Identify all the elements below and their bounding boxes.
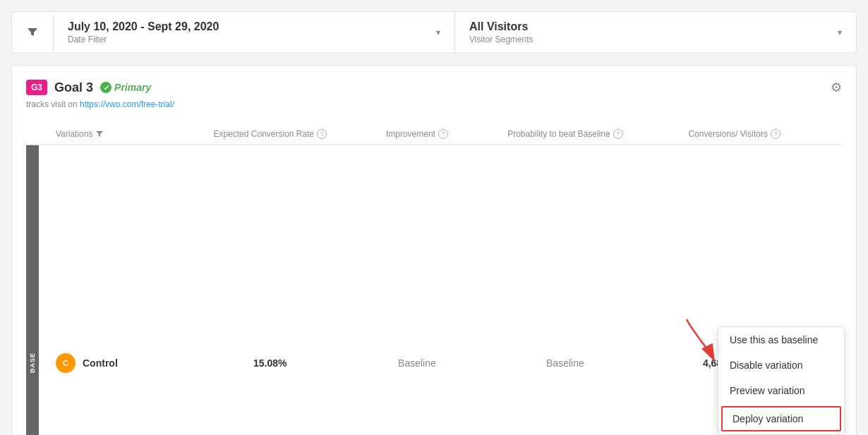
improvement-info-icon: ?: [438, 129, 448, 139]
control-improvement: Baseline: [361, 145, 472, 436]
col-expected-cr-label: Expected Conversion Rate: [213, 129, 314, 139]
control-expected-cr-value: 15.08%: [253, 357, 287, 369]
control-probability-value: Baseline: [546, 357, 584, 369]
control-name: Control: [83, 357, 118, 369]
main-card: G3 Goal 3 ✓ Primary ⚙ tracks visit on ht…: [11, 65, 857, 435]
visitor-section[interactable]: All Visitors Visitor Segments ▾: [455, 12, 856, 53]
filter-icon: [26, 26, 39, 39]
control-avatar-label: C: [63, 359, 68, 367]
col-variations-label: Variations: [56, 129, 92, 139]
visitor-chevron-down-icon: ▾: [838, 27, 842, 37]
probability-info-icon: ?: [613, 129, 623, 139]
deploy-variation-item[interactable]: Deploy variation: [721, 406, 841, 431]
use-as-baseline-item[interactable]: Use this as baseline: [718, 327, 844, 353]
baseline-indicator: BASE: [26, 145, 47, 436]
preview-variation-label: Preview variation: [730, 385, 805, 396]
track-text: tracks visit on: [26, 99, 78, 109]
disable-variation-label: Disable variation: [730, 360, 803, 371]
conversions-info-icon: ?: [771, 129, 780, 139]
col-variations-header: Variations: [47, 123, 179, 145]
control-improvement-value: Baseline: [398, 357, 436, 369]
variations-filter-icon: [95, 130, 104, 138]
use-as-baseline-label: Use this as baseline: [730, 334, 818, 345]
actions-dropdown-menu: Use this as baseline Disable variation P…: [718, 326, 845, 435]
col-expected-cr-header: Expected Conversion Rate ?: [179, 123, 361, 145]
preview-variation-item[interactable]: Preview variation: [718, 378, 844, 403]
control-name-cell: C Control: [47, 145, 179, 436]
goal-header-left: G3 Goal 3 ✓ Primary: [26, 80, 151, 95]
primary-label: Primary: [114, 82, 151, 93]
control-probability: Baseline: [472, 145, 658, 436]
visitor-segment-label: Visitor Segments: [469, 35, 534, 44]
baseline-label-text: BASE: [26, 145, 39, 435]
disable-variation-item[interactable]: Disable variation: [718, 353, 844, 378]
goal-badge: G3: [26, 80, 47, 95]
goal-url-link[interactable]: https://vwo.com/free-trial/: [80, 99, 174, 109]
visitor-segment-text: All Visitors: [469, 20, 534, 33]
expected-cr-info-icon: ?: [317, 129, 327, 139]
goal-url: tracks visit on https://vwo.com/free-tri…: [26, 99, 842, 109]
filter-icon-section[interactable]: [12, 15, 54, 50]
col-conversions-label: Conversions/ Visitors: [688, 129, 768, 139]
col-baseline: [26, 123, 47, 145]
gear-icon[interactable]: ⚙: [831, 80, 842, 95]
control-expected-cr: 15.08%: [179, 145, 361, 436]
goal-title: Goal 3: [54, 80, 93, 95]
col-actions-header: [811, 123, 842, 145]
control-avatar: C: [56, 353, 76, 373]
filter-bar: July 10, 2020 - Sept 29, 2020 Date Filte…: [11, 11, 857, 54]
col-conversions-header: Conversions/ Visitors ?: [658, 123, 811, 145]
date-filter-section[interactable]: July 10, 2020 - Sept 29, 2020 Date Filte…: [54, 12, 455, 53]
col-improvement-label: Improvement: [386, 129, 435, 139]
date-filter-label: Date Filter: [68, 35, 219, 44]
primary-badge: ✓ Primary: [100, 82, 151, 93]
col-improvement-header: Improvement ?: [361, 123, 472, 145]
deploy-variation-label: Deploy variation: [733, 413, 803, 424]
col-probability-header: Probability to beat Baseline ?: [472, 123, 658, 145]
col-probability-label: Probability to beat Baseline: [507, 129, 610, 139]
goal-header: G3 Goal 3 ✓ Primary ⚙: [26, 80, 842, 95]
primary-check-icon: ✓: [100, 82, 111, 93]
date-range-text: July 10, 2020 - Sept 29, 2020: [68, 20, 219, 33]
date-chevron-down-icon: ▾: [436, 27, 440, 37]
